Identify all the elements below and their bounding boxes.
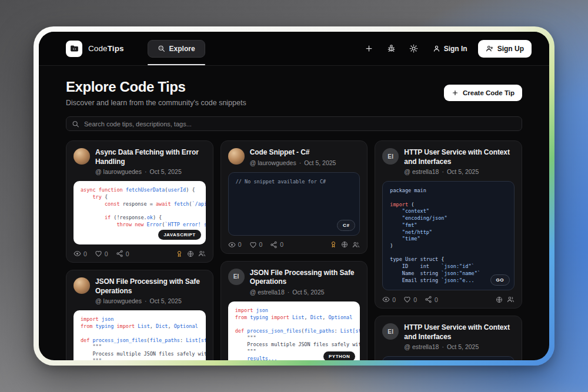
eye-icon bbox=[228, 241, 236, 249]
meta-separator: · bbox=[145, 168, 147, 175]
code-tip-card[interactable]: EI JSON File Processing with Safe Operat… bbox=[220, 261, 368, 360]
shares-stat[interactable]: 0 bbox=[270, 241, 283, 249]
card-head-text: JSON File Processing with Safe Operation… bbox=[250, 269, 360, 296]
author-handle[interactable]: @ estrella18 bbox=[404, 343, 439, 350]
folder-code-icon bbox=[69, 43, 79, 53]
award-icon bbox=[330, 241, 337, 248]
likes-stat[interactable]: 0 bbox=[403, 296, 417, 303]
code-snippet-wrap: import jsonfrom typing import List, Dict… bbox=[74, 310, 206, 360]
card-header: EI HTTP User Service with Context and In… bbox=[382, 323, 514, 350]
heart-icon bbox=[95, 250, 102, 257]
plus-icon bbox=[365, 44, 373, 53]
card-header: EI HTTP User Service with Context and In… bbox=[382, 148, 514, 175]
code-tip-card[interactable]: Code Snippet - C# @ laurowguedes·Oct 5, … bbox=[220, 140, 368, 254]
bug-report-button[interactable] bbox=[383, 41, 400, 57]
avatar[interactable]: EI bbox=[382, 148, 399, 165]
grid-column: EI HTTP User Service with Context and In… bbox=[375, 140, 522, 360]
tab-explore[interactable]: Explore bbox=[148, 40, 205, 58]
brand-name[interactable]: CodeTips bbox=[88, 44, 124, 53]
hero-text: Explore Code Tips Discover and learn fro… bbox=[66, 79, 246, 107]
users-icon bbox=[507, 296, 514, 303]
theme-toggle-button[interactable] bbox=[406, 41, 422, 57]
code-snippet[interactable]: package main import ( "context" "encodin… bbox=[382, 356, 514, 360]
card-date: Oct 5, 2025 bbox=[292, 289, 324, 296]
avatar[interactable] bbox=[74, 277, 90, 294]
card-date: Oct 5, 2025 bbox=[149, 168, 181, 175]
eye-icon bbox=[74, 250, 81, 257]
author-handle[interactable]: @ laurowguedes bbox=[250, 159, 296, 166]
card-title[interactable]: Async Data Fetching with Error Handling bbox=[95, 148, 206, 166]
language-badge: PYTHON bbox=[323, 351, 355, 360]
author-handle[interactable]: @ laurowguedes bbox=[95, 168, 142, 175]
card-title[interactable]: HTTP User Service with Context and Inter… bbox=[404, 148, 514, 166]
views-stat: 0 bbox=[74, 250, 87, 257]
nav-tabs: Explore bbox=[148, 32, 205, 65]
code-snippet-wrap: import jsonfrom typing import List, Dict… bbox=[228, 301, 360, 360]
language-badge: GO bbox=[490, 274, 510, 286]
share-icon bbox=[116, 250, 123, 257]
likes-count: 0 bbox=[105, 250, 108, 257]
avatar[interactable]: EI bbox=[228, 269, 245, 285]
code-tip-card[interactable]: EI HTTP User Service with Context and In… bbox=[375, 316, 522, 360]
sign-up-button[interactable]: Sign Up bbox=[478, 40, 532, 58]
card-stats: 0 0 0 bbox=[228, 241, 360, 249]
likes-stat[interactable]: 0 bbox=[249, 241, 263, 249]
heart-icon bbox=[403, 296, 411, 303]
card-header: EI JSON File Processing with Safe Operat… bbox=[228, 269, 360, 296]
add-button[interactable] bbox=[361, 41, 377, 57]
card-title[interactable]: Code Snippet - C# bbox=[250, 148, 336, 158]
views-count: 0 bbox=[238, 241, 242, 248]
avatar-initials: EI bbox=[387, 153, 393, 160]
author-handle[interactable]: @ estrella18 bbox=[250, 289, 285, 296]
card-head-text: Async Data Fetching with Error Handling … bbox=[95, 148, 206, 175]
shares-count: 0 bbox=[280, 241, 283, 248]
award-icon bbox=[176, 250, 183, 257]
create-code-tip-button[interactable]: Create Code Tip bbox=[444, 85, 522, 101]
code-snippet-wrap: package main import ( "context" "encodin… bbox=[382, 181, 514, 290]
card-meta: @ estrella18·Oct 5, 2025 bbox=[250, 289, 360, 296]
user-icon bbox=[433, 45, 440, 52]
code-tips-grid: Async Data Fetching with Error Handling … bbox=[66, 140, 522, 360]
meta-separator: · bbox=[442, 168, 444, 175]
code-snippet-wrap: async function fetchUserData(userId) { t… bbox=[74, 181, 206, 244]
card-meta: @ estrella18·Oct 5, 2025 bbox=[404, 168, 514, 175]
search-input[interactable] bbox=[66, 116, 522, 131]
card-stats: 0 0 0 bbox=[74, 250, 206, 257]
card-date: Oct 5, 2025 bbox=[447, 343, 479, 350]
language-badge: JAVASCRIPT bbox=[158, 230, 201, 240]
app-logo[interactable] bbox=[66, 41, 82, 57]
share-icon bbox=[425, 296, 432, 303]
views-stat: 0 bbox=[382, 296, 396, 303]
sign-in-button[interactable]: Sign In bbox=[428, 41, 472, 56]
share-icon bbox=[270, 241, 278, 249]
sun-icon bbox=[409, 44, 418, 53]
browser-window-frame: CodeTips Explore bbox=[34, 26, 554, 366]
shares-stat[interactable]: 0 bbox=[425, 296, 438, 303]
card-title[interactable]: JSON File Processing with Safe Operation… bbox=[250, 269, 360, 287]
search-bar bbox=[66, 116, 522, 131]
card-meta: @ laurowguedes·Oct 5, 2025 bbox=[95, 168, 206, 175]
code-tip-card[interactable]: EI HTTP User Service with Context and In… bbox=[375, 140, 522, 309]
avatar[interactable] bbox=[228, 148, 245, 165]
code-tip-card[interactable]: JSON File Processing with Safe Operation… bbox=[66, 270, 213, 360]
avatar[interactable]: EI bbox=[382, 323, 399, 340]
code-snippet-wrap: // No snippet available for C# C# bbox=[228, 172, 360, 236]
code-snippet[interactable]: import jsonfrom typing import List, Dict… bbox=[74, 310, 206, 360]
card-meta: @ laurowguedes·Oct 5, 2025 bbox=[250, 159, 336, 166]
shares-stat[interactable]: 0 bbox=[116, 250, 129, 257]
card-title[interactable]: JSON File Processing with Safe Operation… bbox=[95, 277, 206, 296]
author-handle[interactable]: @ laurowguedes bbox=[95, 297, 142, 304]
code-tip-card[interactable]: Async Data Fetching with Error Handling … bbox=[66, 140, 213, 263]
meta-separator: · bbox=[442, 343, 444, 350]
card-flags bbox=[176, 250, 206, 257]
meta-separator: · bbox=[288, 289, 290, 296]
card-header: JSON File Processing with Safe Operation… bbox=[74, 277, 206, 304]
avatar[interactable] bbox=[74, 148, 90, 165]
card-title[interactable]: HTTP User Service with Context and Inter… bbox=[404, 323, 514, 341]
user-plus-icon bbox=[486, 45, 493, 52]
card-head-text: HTTP User Service with Context and Inter… bbox=[404, 323, 514, 350]
card-meta: @ laurowguedes·Oct 5, 2025 bbox=[95, 297, 206, 304]
page-subtitle: Discover and learn from the community's … bbox=[66, 99, 246, 107]
author-handle[interactable]: @ estrella18 bbox=[404, 168, 439, 175]
likes-stat[interactable]: 0 bbox=[95, 250, 108, 257]
